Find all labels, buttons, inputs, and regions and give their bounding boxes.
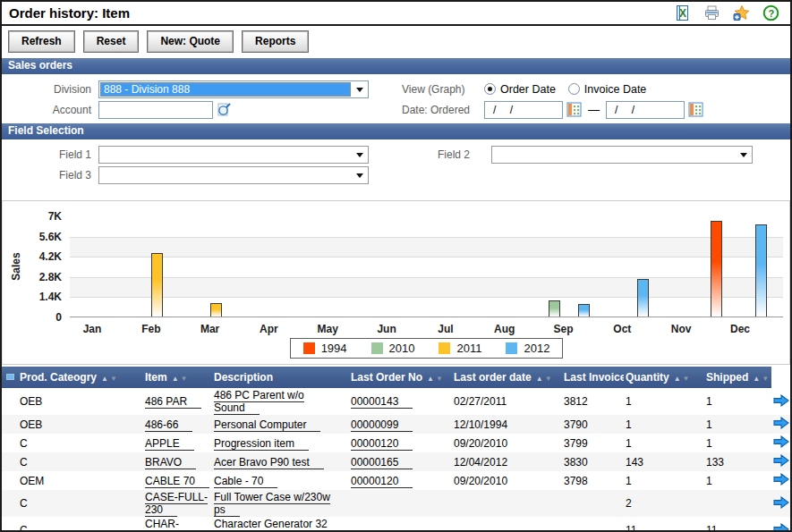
- row-detail-arrow-icon[interactable]: [773, 496, 789, 511]
- cell-description: Personal Computer: [212, 415, 349, 434]
- order-no-link[interactable]: 00000165: [351, 456, 413, 469]
- description-link[interactable]: Progression item: [214, 437, 309, 451]
- row-detail-arrow-icon[interactable]: [773, 473, 789, 488]
- x-tick-label: Jan: [65, 323, 119, 335]
- item-link[interactable]: 486 PAR: [145, 395, 201, 409]
- select-all-icon[interactable]: [6, 374, 14, 380]
- sort-ascending-icon[interactable]: ▲: [101, 375, 110, 383]
- item-link[interactable]: BRAVO: [145, 456, 196, 469]
- date-from-input[interactable]: [484, 101, 563, 119]
- column-header-quantity[interactable]: Quantity▲▼: [624, 367, 704, 388]
- sort-descending-icon[interactable]: ▼: [436, 375, 445, 383]
- help-icon[interactable]: ?: [762, 4, 779, 21]
- sort-arrows: ▲▼: [172, 375, 190, 383]
- row-detail-arrow-icon[interactable]: [773, 435, 789, 451]
- column-header-prod-cateogry[interactable]: Prod. Cateogry▲▼: [2, 367, 143, 388]
- item-link[interactable]: APPLE: [145, 437, 194, 451]
- x-tick-label: Feb: [124, 323, 178, 335]
- calendar-from-icon[interactable]: [566, 102, 582, 117]
- x-tick-label: Sep: [537, 323, 591, 335]
- cell-last-order-date: [452, 517, 562, 532]
- y-tick-label: 2.8K: [3, 271, 62, 283]
- radio-option-invoice-date[interactable]: Invoice Date: [568, 83, 646, 96]
- radio-unselected-icon[interactable]: [568, 83, 580, 95]
- sort-descending-icon[interactable]: ▼: [110, 375, 119, 383]
- cell-item: APPLE: [143, 434, 212, 452]
- row-detail-arrow-icon[interactable]: [773, 454, 789, 469]
- sort-ascending-icon[interactable]: ▲: [753, 375, 762, 383]
- account-label: Account: [2, 104, 91, 116]
- cell-last-order-date: 09/20/2010: [452, 434, 562, 452]
- bar-2011-feb: [151, 253, 163, 317]
- account-search-icon[interactable]: [217, 102, 232, 117]
- column-header-item[interactable]: Item▲▼: [143, 367, 212, 388]
- cell-quantity: 1: [624, 471, 704, 490]
- radio-selected-icon[interactable]: [484, 83, 496, 95]
- item-link[interactable]: CHAR-GEN: [145, 518, 183, 532]
- radio-option-order-date[interactable]: Order Date: [484, 83, 556, 96]
- cell-quantity: 11: [624, 517, 704, 532]
- export-excel-icon[interactable]: X: [674, 4, 691, 21]
- sort-ascending-icon[interactable]: ▲: [427, 375, 436, 383]
- item-link[interactable]: 486-66: [145, 418, 192, 432]
- chevron-down-icon[interactable]: [737, 147, 750, 163]
- titlebar-icons: X ?: [674, 4, 779, 21]
- cell-category: C: [2, 434, 143, 452]
- legend-item-1994: 1994: [303, 342, 347, 355]
- cell-description: 486 PC Parent w/o Sound: [212, 388, 349, 415]
- date-to-input[interactable]: [606, 101, 685, 119]
- description-link[interactable]: Cable - 70: [214, 475, 277, 488]
- item-link[interactable]: CABLE 70: [145, 475, 209, 488]
- date-ordered-label: Date: Ordered: [402, 104, 484, 116]
- description-link[interactable]: Character Generator 32 Meg: [214, 518, 328, 532]
- division-select[interactable]: 888 - Division 888: [98, 80, 369, 98]
- column-header-last-order-date[interactable]: Last order date▲▼: [452, 367, 562, 388]
- field2-select[interactable]: [491, 146, 753, 164]
- cell-description: Full Tower Case w/230w ps: [212, 490, 349, 517]
- sort-ascending-icon[interactable]: ▲: [536, 375, 545, 383]
- new-quote-button[interactable]: New: Quote: [148, 31, 233, 52]
- column-header-last-order-no[interactable]: Last Order No▲▼: [349, 367, 452, 388]
- table-row: CBRAVOAcer Bravo P90 test0000016512/04/2…: [2, 452, 790, 471]
- row-detail-arrow-icon[interactable]: [773, 523, 789, 532]
- chevron-down-icon[interactable]: [353, 167, 366, 183]
- print-icon[interactable]: [703, 4, 720, 21]
- order-no-link[interactable]: 00000120: [351, 475, 413, 488]
- reports-button[interactable]: Reports: [243, 31, 308, 52]
- column-header-last-invoice[interactable]: Last Invoice: [562, 367, 624, 388]
- chevron-down-icon[interactable]: [353, 147, 366, 163]
- description-link[interactable]: Full Tower Case w/230w ps: [214, 491, 330, 517]
- sort-ascending-icon[interactable]: ▲: [674, 375, 683, 383]
- description-link[interactable]: Personal Computer: [214, 418, 320, 432]
- calendar-to-icon[interactable]: [688, 102, 703, 117]
- sort-arrows: ▲▼: [536, 375, 554, 383]
- field3-label: Field 3: [2, 169, 91, 182]
- order-no-link[interactable]: 00000143: [351, 395, 413, 409]
- sort-descending-icon[interactable]: ▼: [545, 375, 554, 383]
- description-link[interactable]: 486 PC Parent w/o Sound: [214, 389, 304, 415]
- description-link[interactable]: Acer Bravo P90 test: [214, 456, 324, 469]
- column-header-shipped[interactable]: Shipped▲▼: [704, 367, 771, 388]
- item-link[interactable]: CASE-FULL-230: [145, 491, 208, 517]
- order-history-window: Order history: Item X ?: [0, 0, 792, 532]
- sort-descending-icon[interactable]: ▼: [762, 375, 771, 383]
- row-detail-arrow-icon[interactable]: [773, 417, 789, 432]
- field1-select[interactable]: [98, 146, 369, 164]
- cell-shipped: 1: [704, 388, 771, 415]
- y-tick-label: 5.6K: [3, 231, 62, 243]
- order-no-link[interactable]: 00000099: [351, 418, 413, 432]
- account-input[interactable]: [98, 101, 213, 119]
- order-no-link[interactable]: 00000120: [351, 437, 413, 451]
- cell-detail-arrow: [771, 517, 790, 532]
- column-header-description[interactable]: Description: [212, 367, 349, 388]
- reset-button[interactable]: Reset: [84, 31, 139, 52]
- field3-select[interactable]: [98, 166, 369, 184]
- y-tick-label: 0: [3, 311, 62, 324]
- chevron-down-icon[interactable]: [353, 81, 366, 97]
- add-favorite-icon[interactable]: [733, 4, 750, 21]
- row-detail-arrow-icon[interactable]: [773, 394, 789, 410]
- sort-descending-icon[interactable]: ▼: [181, 375, 190, 383]
- sort-descending-icon[interactable]: ▼: [683, 375, 692, 383]
- sort-ascending-icon[interactable]: ▲: [172, 375, 181, 383]
- refresh-button[interactable]: Refresh: [9, 31, 74, 52]
